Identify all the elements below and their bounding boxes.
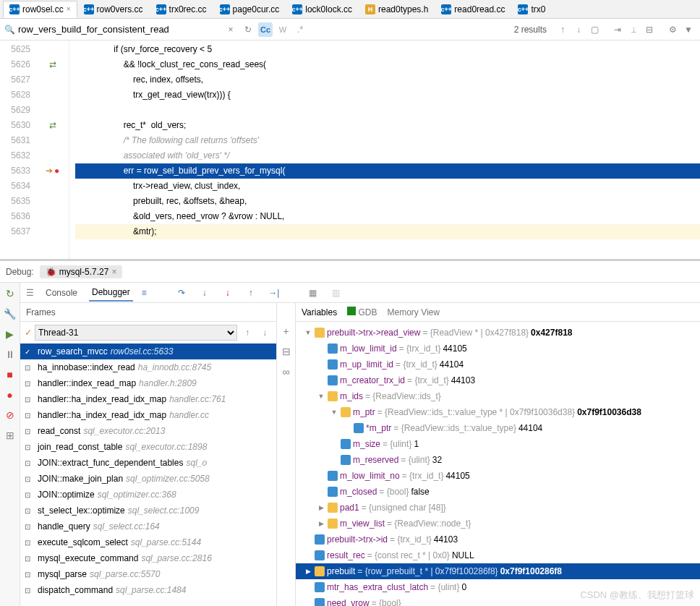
prev-frame-icon[interactable]: ↑ — [240, 325, 255, 340]
code-line[interactable]: trx_get_read_view(trx))) { — [75, 88, 700, 103]
variable-row[interactable]: m_reserved = {ulint} 32 — [296, 452, 700, 468]
prev-result-icon[interactable]: ↑ — [555, 22, 570, 37]
stack-frame[interactable]: ⊡handler::index_read_map handler.h:2809 — [20, 375, 276, 391]
code-line[interactable]: rec_t* old_vers; — [75, 118, 700, 133]
stack-frame[interactable]: ⊡read_const sql_executor.cc:2013 — [20, 423, 276, 439]
next-result-icon[interactable]: ↓ — [571, 22, 586, 37]
select-all-icon[interactable]: ▢ — [587, 22, 602, 37]
match-case-icon[interactable]: Cc — [258, 22, 273, 37]
variable-row[interactable]: *m_ptr = {ReadView::ids_t::value_type} 4… — [296, 420, 700, 436]
more-icon[interactable]: ≡ — [142, 288, 147, 298]
variable-row[interactable]: ▶ prebuilt = {row_prebuilt_t * | 0x7f9f1… — [296, 563, 700, 579]
code-line[interactable]: trx->read_view, clust_index, — [75, 179, 700, 194]
stack-frame[interactable]: ✓row_search_mvcc row0sel.cc:5633 — [20, 343, 276, 359]
stop-icon[interactable]: ■ — [4, 368, 17, 381]
stack-frame[interactable]: ⊡st_select_lex::optimize sql_select.cc:1… — [20, 503, 276, 518]
variable-row[interactable]: ▼ m_ptr = {ReadView::ids_t::value_type *… — [296, 404, 700, 420]
resume-icon[interactable]: ▶ — [4, 328, 17, 341]
expand-icon[interactable]: ▶ — [317, 520, 325, 527]
tab-debugger[interactable]: Debugger — [89, 284, 133, 302]
editor-tab[interactable]: c++lock0lock.cc — [286, 1, 359, 18]
code-area[interactable]: if (srv_force_recovery < 5 && !lock_clus… — [69, 40, 700, 259]
editor-tab[interactable]: c++row0vers.cc — [77, 1, 150, 18]
editor-tab[interactable]: Hread0types.h — [359, 1, 435, 18]
code-line[interactable]: /* The following call returns 'offsets' — [75, 133, 700, 148]
filter-icon[interactable]: ▼ — [681, 22, 696, 37]
mute-breakpoints-icon[interactable]: ⊘ — [4, 409, 17, 422]
code-line[interactable]: prebuilt, rec, &offsets, &heap, — [75, 194, 700, 209]
expand-icon[interactable]: ▶ — [317, 504, 325, 511]
expand-icon[interactable]: ▼ — [317, 393, 325, 400]
editor-tab[interactable]: c++page0cur.cc — [213, 1, 286, 18]
close-tab-icon[interactable]: × — [67, 5, 71, 13]
view-breakpoints-icon[interactable]: ● — [4, 388, 17, 401]
variable-row[interactable]: m_up_limit_id = {trx_id_t} 44104 — [296, 357, 700, 372]
stack-frame[interactable]: ⊡ha_innobase::index_read ha_innodb.cc:87… — [20, 359, 276, 375]
editor-tab[interactable]: c++read0read.cc — [435, 1, 511, 18]
code-line[interactable]: if (srv_force_recovery < 5 — [75, 42, 700, 57]
filter-frames-icon[interactable]: ⊟ — [280, 345, 293, 358]
settings-icon[interactable]: 🔧 — [4, 307, 17, 320]
step-out-icon[interactable]: ↑ — [244, 286, 258, 300]
variable-row[interactable]: m_size = {ulint} 1 — [296, 436, 700, 452]
stack-frame[interactable]: ⊡mysql_execute_command sql_parse.cc:2816 — [20, 550, 276, 566]
threads-icon[interactable]: ☰ — [26, 288, 34, 298]
tab-gdb[interactable]: GDB — [347, 307, 377, 317]
close-session-icon[interactable]: × — [111, 267, 116, 277]
step-into-icon[interactable]: ↓ — [197, 286, 212, 300]
close-search-icon[interactable]: × — [223, 22, 238, 37]
stack-frame[interactable]: ⊡dispatch_command sql_parse.cc:1484 — [20, 582, 276, 598]
stack-frame[interactable]: ⊡execute_sqlcom_select sql_parse.cc:5144 — [20, 534, 276, 550]
layout-icon[interactable]: ⊞ — [4, 429, 17, 442]
expand-icon[interactable]: ▼ — [330, 409, 338, 416]
variable-row[interactable]: m_low_limit_no = {trx_id_t} 44105 — [296, 468, 700, 484]
stack-frame[interactable]: ⊡handler::ha_index_read_idx_map handler.… — [20, 391, 276, 407]
add-watch-icon[interactable]: + — [280, 325, 293, 338]
variable-row[interactable]: ▼ m_ids = {ReadView::ids_t} — [296, 388, 700, 404]
code-line[interactable]: err = row_sel_build_prev_vers_for_mysql( — [75, 163, 700, 179]
frame-list[interactable]: ✓row_search_mvcc row0sel.cc:5633⊡ha_inno… — [20, 343, 276, 606]
add-selection-icon[interactable]: ⇥ — [610, 22, 625, 37]
expand-icon[interactable]: ▼ — [304, 329, 312, 336]
more-tools-icon[interactable]: ▥ — [329, 286, 343, 300]
force-step-icon[interactable]: ↓ — [221, 286, 235, 300]
stack-frame[interactable]: ⊡JOIN::make_join_plan sql_optimizer.cc:5… — [20, 471, 276, 487]
variable-row[interactable]: ▶ m_view_list = {ReadView::node_t} — [296, 516, 700, 532]
stack-frame[interactable]: ⊡handle_query sql_select.cc:164 — [20, 518, 276, 534]
thread-selector[interactable]: Thread-31 — [35, 325, 237, 341]
editor-tab[interactable]: c++row0sel.cc× — [3, 1, 77, 18]
expand-icon[interactable]: ▶ — [304, 568, 312, 575]
stack-frame[interactable]: ⊡JOIN::optimize sql_optimizer.cc:368 — [20, 487, 276, 503]
stack-frame[interactable]: ⊡join_read_const_table sql_executor.cc:1… — [20, 439, 276, 455]
tab-variables[interactable]: Variables — [302, 307, 337, 317]
variable-row[interactable]: ▼ prebuilt->trx->read_view = {ReadView *… — [296, 325, 700, 341]
filter-settings-icon[interactable]: ⚙ — [665, 22, 680, 37]
code-line[interactable]: &old_vers, need_vrow ? &vrow : NULL, — [75, 209, 700, 224]
remove-icon[interactable]: ⟂ — [626, 22, 641, 37]
debug-session[interactable]: 🐞 mysql-5.7.27 × — [40, 265, 123, 278]
rerun-icon[interactable]: ↻ — [4, 287, 17, 300]
variable-row[interactable]: prebuilt->trx->id = {trx_id_t} 44103 — [296, 532, 700, 547]
code-line[interactable]: &mtr); — [75, 224, 700, 239]
link-icon[interactable]: ∞ — [280, 365, 293, 378]
next-frame-icon[interactable]: ↓ — [257, 325, 272, 340]
regex-icon[interactable]: .* — [293, 22, 307, 37]
variable-row[interactable]: ▶ pad1 = {unsigned char [48]} — [296, 500, 700, 516]
code-line[interactable] — [75, 103, 700, 118]
pause-icon[interactable]: ⏸ — [4, 348, 17, 361]
run-to-cursor-icon[interactable]: →| — [267, 286, 281, 300]
tab-console[interactable]: Console — [43, 285, 80, 301]
editor-tab[interactable]: c++trx0rec.cc — [150, 1, 213, 18]
words-icon[interactable]: W — [276, 22, 290, 37]
variable-row[interactable]: m_closed = {bool} false — [296, 484, 700, 500]
stack-frame[interactable]: ⊡mysql_parse sql_parse.cc:5570 — [20, 566, 276, 582]
code-line[interactable]: rec, index, offsets, — [75, 72, 700, 88]
step-over-icon[interactable]: ↷ — [174, 286, 189, 300]
search-input[interactable] — [18, 24, 221, 35]
editor-tab[interactable]: c++trx0 — [511, 1, 552, 18]
variable-row[interactable]: m_creator_trx_id = {trx_id_t} 44103 — [296, 372, 700, 388]
variable-row[interactable]: m_low_limit_id = {trx_id_t} 44105 — [296, 341, 700, 357]
tab-memory[interactable]: Memory View — [388, 307, 440, 317]
variables-tree[interactable]: ▼ prebuilt->trx->read_view = {ReadView *… — [296, 322, 700, 606]
stack-frame[interactable]: ⊡handler::ha_index_read_idx_map handler.… — [20, 407, 276, 423]
